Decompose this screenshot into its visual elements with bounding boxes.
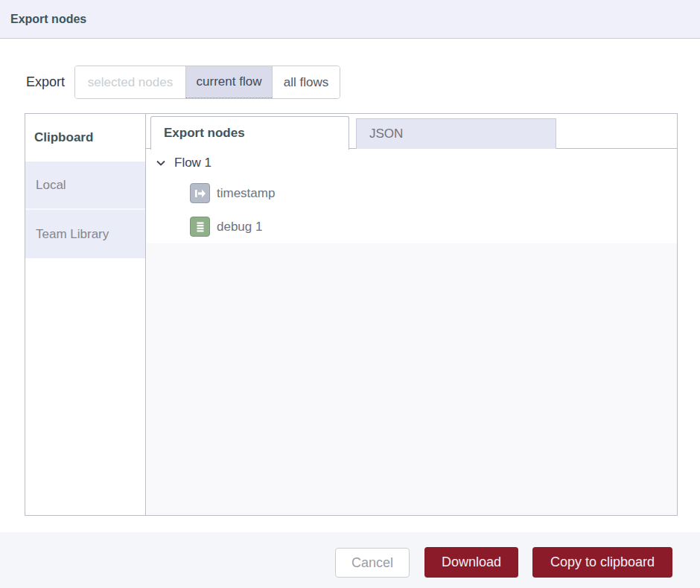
chevron-down-icon[interactable]: [154, 156, 168, 170]
export-scope-label: Export: [26, 65, 65, 99]
sidebar-item-team-library[interactable]: Team Library: [25, 210, 145, 258]
tree-row-flow[interactable]: Flow 1: [147, 149, 677, 176]
export-scope-current-flow-button[interactable]: current flow: [185, 66, 272, 98]
tab-strip: Export nodes JSON: [146, 114, 677, 149]
download-button[interactable]: Download: [424, 547, 518, 578]
dialog-header: Export nodes: [0, 0, 700, 39]
tree-row-node[interactable]: debug 1: [147, 210, 677, 243]
tree-row-node[interactable]: timestamp: [147, 176, 677, 210]
tree-rows: Flow 1 timestamp: [147, 149, 677, 243]
dialog-footer: Cancel Download Copy to clipboard: [0, 532, 700, 588]
sidebar-header-clipboard: Clipboard: [25, 114, 145, 162]
tab-export-nodes[interactable]: Export nodes: [150, 116, 349, 150]
copy-to-clipboard-button[interactable]: Copy to clipboard: [532, 547, 672, 578]
cancel-button[interactable]: Cancel: [335, 548, 410, 578]
export-node-tree: Flow 1 timestamp: [147, 149, 677, 515]
library-sidebar: Clipboard Local Team Library: [25, 114, 146, 515]
export-scope-all-flows-button[interactable]: all flows: [272, 66, 340, 98]
inject-arrow-icon: [190, 183, 210, 203]
tab-json[interactable]: JSON: [356, 118, 556, 149]
page-title: Export nodes: [10, 0, 86, 39]
export-scope-button-group: selected nodes current flow all flows: [74, 65, 340, 99]
node-label: debug 1: [217, 220, 262, 234]
flow-label: Flow 1: [174, 156, 211, 170]
node-label: timestamp: [217, 186, 275, 201]
export-scope-selected-nodes-button[interactable]: selected nodes: [75, 66, 185, 98]
debug-lines-icon: [190, 217, 210, 237]
sidebar-item-local[interactable]: Local: [25, 162, 145, 210]
export-panel: Clipboard Local Team Library Export node…: [25, 113, 678, 516]
